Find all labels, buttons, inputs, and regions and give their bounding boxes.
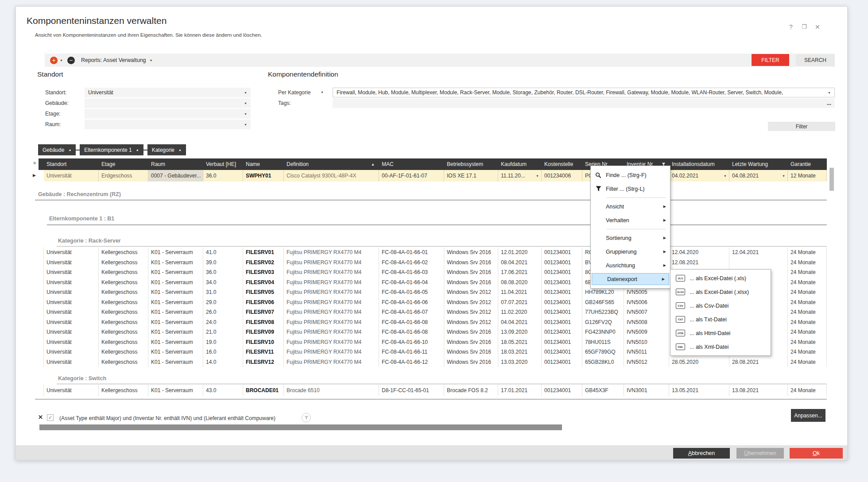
cell-verbaut-he[interactable]: 26.0 — [203, 307, 243, 317]
cell-mac[interactable]: FC-08-4A-01-66-01 — [379, 247, 444, 258]
column-header-garantie[interactable]: Garantie — [788, 158, 827, 170]
cell-kostenstelle[interactable]: 001234001 — [542, 267, 582, 278]
cell-letzte-wartung[interactable]: 04.08.2021▼ — [729, 170, 788, 181]
submenu-item-txt[interactable]: TXT... als Txt-Datei — [670, 312, 771, 326]
cell-kaufdatum[interactable]: 08.04.2021 — [498, 258, 542, 268]
cell-inventar-nr[interactable]: IVN5008 — [624, 317, 669, 328]
column-header-name[interactable]: Name — [243, 158, 284, 170]
cell-definition[interactable]: Brocade 6510 — [284, 385, 379, 396]
cell-name[interactable]: FILESRV10 — [243, 337, 284, 347]
cell-serien-nr[interactable]: HH789KL20 — [582, 287, 624, 297]
cell-garantie[interactable]: 24 Monate — [788, 267, 827, 278]
submenu-item-htm[interactable]: HTM... als Html-Datei — [670, 326, 771, 340]
cell-etage[interactable]: Kellergeschoss — [99, 385, 148, 396]
cell-name[interactable]: FILESRV06 — [243, 297, 284, 308]
cell-kaufdatum[interactable]: 08.08.2020 — [498, 278, 542, 288]
cell-garantie[interactable]: 24 Monate — [788, 258, 827, 268]
cell-serien-nr[interactable]: FG423NNP0 — [582, 327, 624, 337]
cell-standort[interactable]: Universität — [44, 247, 99, 258]
table-selected-row[interactable]: UniversitätErdgeschoss0007 - Gebäudever.… — [39, 170, 827, 181]
cell-installationsdatum[interactable]: 13.05.2021 — [669, 385, 729, 396]
table-row[interactable]: UniversitätKellergeschossK01 - Serverrau… — [39, 258, 827, 268]
column-header-mac[interactable]: MAC — [379, 158, 444, 170]
cell-garantie[interactable]: 24 Monate — [788, 287, 827, 297]
cell-betriebssystem[interactable]: Windows Srv 2016 — [444, 357, 498, 367]
cell-verbaut-he[interactable]: 36.0 — [203, 267, 243, 278]
cell-betriebssystem[interactable]: Windows Srv 2016 — [444, 327, 498, 337]
menu-item-finde[interactable]: Finde ... (Strg-F) — [591, 168, 670, 182]
reports-caret-icon[interactable]: ▼ — [150, 59, 153, 62]
cell-standort[interactable]: Universität — [44, 317, 99, 328]
add-icon[interactable]: + — [50, 57, 58, 64]
add-dropdown-icon[interactable]: ▼ — [60, 59, 63, 62]
cell-raum[interactable]: K01 - Serverraum — [148, 267, 203, 278]
cell-inventar-nr[interactable]: IVN5005 — [624, 287, 669, 297]
column-header-etage[interactable]: Etage — [99, 158, 148, 170]
cell-letzte-wartung[interactable]: 12.04.2021 — [729, 247, 788, 258]
cell-name[interactable]: FILESRV08 — [243, 317, 284, 328]
standort-select[interactable]: Universität ▼ — [85, 88, 251, 97]
cell-verbaut-he[interactable]: 31.0 — [203, 287, 243, 297]
filter-button[interactable]: FILTER — [752, 54, 789, 66]
submenu-item-csv[interactable]: CSV... als Csv-Datei — [670, 299, 771, 312]
cell-installationsdatum[interactable]: 12.08.2021 — [669, 258, 729, 268]
help-icon[interactable]: ? — [789, 23, 793, 31]
column-header-raum[interactable]: Raum — [148, 158, 203, 170]
cell-verbaut-he[interactable]: 19.0 — [203, 337, 243, 347]
cell-kaufdatum[interactable]: 11.04.2021 — [498, 287, 542, 297]
cell-name[interactable]: FILESRV07 — [243, 307, 284, 317]
table-row[interactable]: UniversitätKellergeschossK01 - Serverrau… — [39, 357, 827, 367]
cell-garantie[interactable]: 12 Monate — [788, 170, 827, 181]
gebaeude-select[interactable]: ▼ — [85, 98, 251, 108]
group-header-switch[interactable]: Kategorie : Switch — [58, 375, 106, 382]
cell-serien-nr[interactable]: GB45X3F — [582, 385, 624, 396]
cell-kostenstelle[interactable]: 001234001 — [542, 347, 582, 357]
cell-verbaut-he[interactable]: 21.0 — [203, 327, 243, 337]
cell-betriebssystem[interactable]: Windows Srv 2016 — [444, 337, 498, 347]
cell-name[interactable]: FILESRV11 — [243, 347, 284, 357]
horizontal-scrollbar[interactable] — [39, 424, 562, 430]
cell-raum[interactable]: K01 - Serverraum — [148, 357, 203, 367]
cell-betriebssystem[interactable]: IOS XE 17.1 — [444, 170, 498, 181]
filter-apply-button[interactable]: Filter — [768, 122, 835, 131]
cell-kostenstelle[interactable]: 001234001 — [542, 327, 582, 337]
cell-verbaut-he[interactable]: 41.0 — [203, 247, 243, 258]
menu-item-verhalten[interactable]: Verhalten▶ — [591, 213, 670, 227]
cell-name[interactable]: FILESRV01 — [243, 247, 284, 258]
cell-raum[interactable]: K01 - Serverraum — [148, 258, 203, 268]
customize-filter-button[interactable]: Anpassen... — [791, 409, 825, 422]
cell-raum[interactable]: K01 - Serverraum — [148, 327, 203, 337]
kategorie-multiselect[interactable]: Firewall, Module, Hub, Module, Multiplex… — [333, 88, 835, 97]
cell-garantie[interactable]: 24 Monate — [788, 317, 827, 328]
cell-betriebssystem[interactable]: Windows Srv 2016 — [444, 278, 498, 288]
cell-installationsdatum[interactable]: 04.02.2021▼ — [669, 170, 729, 181]
submenu-item-xlsx[interactable]: XLSX... als Excel-Datei (.xlsx) — [670, 285, 771, 299]
cell-kaufdatum[interactable]: 17.06.2021 — [498, 267, 542, 278]
cell-raum[interactable]: K01 - Serverraum — [148, 307, 203, 317]
group-header-elternkomponente[interactable]: Elternkomponente 1 : B1 — [49, 216, 114, 222]
cell-mac[interactable]: FC-08-4A-01-66-05 — [379, 287, 444, 297]
cell-raum[interactable]: K01 - Serverraum — [148, 317, 203, 328]
cell-etage[interactable]: Kellergeschoss — [99, 317, 148, 328]
cell-betriebssystem[interactable]: Windows Srv 2016 — [444, 267, 498, 278]
raum-select[interactable]: ▼ — [85, 120, 251, 129]
column-header-letzte-wartung[interactable]: Letzte Wartung — [729, 158, 788, 170]
cell-mac[interactable]: FC-08-4A-01-66-03 — [379, 267, 444, 278]
cell-etage[interactable]: Kellergeschoss — [99, 287, 148, 297]
cell-garantie[interactable]: 24 Monate — [788, 247, 827, 258]
cell-definition[interactable]: Fujitsu PRIMERGY RX4770 M4 — [284, 297, 379, 308]
cell-definition[interactable]: Fujitsu PRIMERGY RX4770 M4 — [284, 258, 379, 268]
cell-verbaut-he[interactable]: 34.0 — [203, 278, 243, 288]
per-kategorie-caret-icon[interactable]: ▼ — [321, 91, 324, 94]
cell-definition[interactable]: Fujitsu PRIMERGY RX4770 M4 — [284, 267, 379, 278]
cell-kaufdatum[interactable]: 07.07.2021 — [498, 297, 542, 308]
cell-mac[interactable]: FC-08-4A-01-66-10 — [379, 337, 444, 347]
cell-garantie[interactable]: 24 Monate — [788, 347, 827, 357]
cell-kostenstelle[interactable]: 001234001 — [542, 247, 582, 258]
cell-kostenstelle[interactable]: 001234001 — [542, 297, 582, 308]
cell-standort[interactable]: Universität — [44, 170, 99, 181]
cell-mac[interactable]: FC-08-4A-01-66-02 — [379, 258, 444, 268]
cell-etage[interactable]: Kellergeschoss — [99, 307, 148, 317]
menu-item-gruppierung[interactable]: Gruppierung▶ — [591, 245, 670, 258]
remove-filter-icon[interactable]: ✕ — [38, 414, 43, 420]
